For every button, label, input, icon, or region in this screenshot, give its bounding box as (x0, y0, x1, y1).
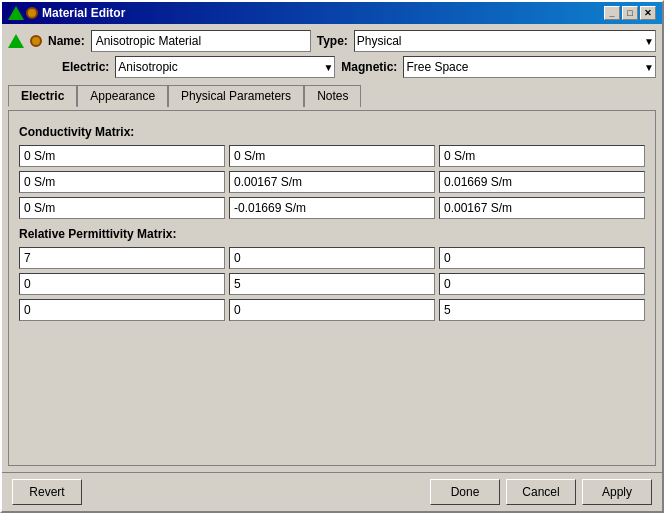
main-content: Name: Type: Physical ▼ Electric: Anisotr… (2, 24, 662, 472)
cond-r2c3[interactable] (439, 171, 645, 193)
cond-r3c3[interactable] (439, 197, 645, 219)
magnetic-label: Magnetic: (341, 60, 397, 74)
window-title: Material Editor (42, 6, 125, 20)
perm-r2c3[interactable] (439, 273, 645, 295)
footer: Revert Done Cancel Apply (2, 472, 662, 511)
perm-r2c1[interactable] (19, 273, 225, 295)
electric-select[interactable]: Anisotropic (115, 56, 335, 78)
footer-right-buttons: Done Cancel Apply (430, 479, 652, 505)
permittivity-label: Relative Permittivity Matrix: (19, 227, 645, 241)
close-button[interactable]: ✕ (640, 6, 656, 20)
type-select[interactable]: Physical (354, 30, 656, 52)
conductivity-label: Conductivity Matrix: (19, 125, 645, 139)
perm-r2c2[interactable] (229, 273, 435, 295)
title-bar-buttons: _ □ ✕ (604, 6, 656, 20)
tab-appearance[interactable]: Appearance (77, 85, 168, 107)
done-button[interactable]: Done (430, 479, 500, 505)
header-icon-1 (8, 34, 24, 48)
tab-notes[interactable]: Notes (304, 85, 361, 107)
perm-r1c3[interactable] (439, 247, 645, 269)
name-label: Name: (48, 34, 85, 48)
cancel-button[interactable]: Cancel (506, 479, 576, 505)
cond-r3c2[interactable] (229, 197, 435, 219)
app-icon (8, 6, 38, 20)
cond-r2c2[interactable] (229, 171, 435, 193)
tab-content-electric: Conductivity Matrix: Relative Permittivi… (8, 110, 656, 466)
material-editor-window: Material Editor _ □ ✕ Name: Type: (0, 0, 664, 513)
title-bar-title: Material Editor (8, 6, 125, 20)
maximize-button[interactable]: □ (622, 6, 638, 20)
apply-button[interactable]: Apply (582, 479, 652, 505)
title-bar: Material Editor _ □ ✕ (2, 2, 662, 24)
header-icon-2 (30, 35, 42, 47)
perm-r1c2[interactable] (229, 247, 435, 269)
electric-magnetic-row: Electric: Anisotropic ▼ Magnetic: Free S… (8, 56, 656, 78)
cond-r3c1[interactable] (19, 197, 225, 219)
minimize-button[interactable]: _ (604, 6, 620, 20)
name-type-row: Name: Type: Physical ▼ (8, 30, 656, 52)
type-label: Type: (317, 34, 348, 48)
name-input[interactable] (91, 30, 311, 52)
cond-r1c1[interactable] (19, 145, 225, 167)
tab-bar: Electric Appearance Physical Parameters … (8, 84, 656, 106)
cond-r1c2[interactable] (229, 145, 435, 167)
perm-r3c2[interactable] (229, 299, 435, 321)
cond-r2c1[interactable] (19, 171, 225, 193)
magnetic-select[interactable]: Free Space (403, 56, 656, 78)
electric-label: Electric: (62, 60, 109, 74)
perm-r1c1[interactable] (19, 247, 225, 269)
tab-physical-parameters[interactable]: Physical Parameters (168, 85, 304, 107)
perm-r3c1[interactable] (19, 299, 225, 321)
conductivity-matrix (19, 145, 645, 219)
revert-button[interactable]: Revert (12, 479, 82, 505)
permittivity-matrix (19, 247, 645, 321)
tab-electric[interactable]: Electric (8, 85, 77, 107)
cond-r1c3[interactable] (439, 145, 645, 167)
perm-r3c3[interactable] (439, 299, 645, 321)
